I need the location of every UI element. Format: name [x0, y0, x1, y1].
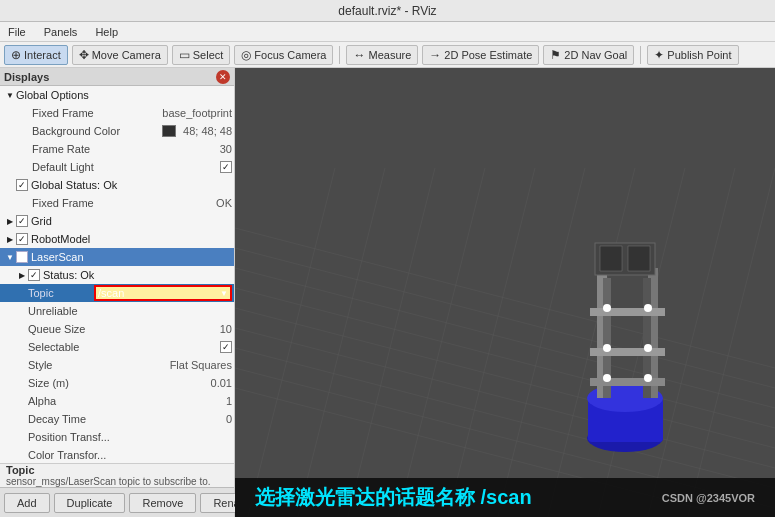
- app-container: default.rviz* - RViz File Panels Help ⊕ …: [0, 0, 775, 517]
- toolbar-sep-1: [339, 46, 340, 64]
- tree-robot-model[interactable]: ▶ ✓ RobotModel: [0, 230, 234, 248]
- dropdown-arrow-icon: ▼: [220, 289, 228, 298]
- toolbar-focus-camera[interactable]: ◎ Focus Camera: [234, 45, 333, 65]
- arrow-laser-scan: ▼: [4, 253, 16, 262]
- property-info: Topic sensor_msgs/LaserScan topic to sub…: [0, 463, 234, 487]
- arrow-grid: ▶: [4, 217, 16, 226]
- tree-background-color: Background Color 48; 48; 48: [0, 122, 234, 140]
- close-displays-button[interactable]: ✕: [216, 70, 230, 84]
- tree-selectable: Selectable ✓: [0, 338, 234, 356]
- toolbar-2d-nav[interactable]: ⚑ 2D Nav Goal: [543, 45, 634, 65]
- arrow-robot-model: ▶: [4, 235, 16, 244]
- tree-decay-time: Decay Time 0: [0, 410, 234, 428]
- displays-title: Displays: [4, 71, 49, 83]
- tree-color-transform: Color Transfor...: [0, 446, 234, 463]
- svg-rect-1: [235, 68, 775, 517]
- toolbar-2d-pose[interactable]: → 2D Pose Estimate: [422, 45, 539, 65]
- tree-fixed-frame: Fixed Frame base_footprint: [0, 104, 234, 122]
- toolbar-publish[interactable]: ✦ Publish Point: [647, 45, 738, 65]
- tree-size: Size (m) 0.01: [0, 374, 234, 392]
- tree-default-light: Default Light ✓: [0, 158, 234, 176]
- tree-queue-size: Queue Size 10: [0, 320, 234, 338]
- tree-laser-scan[interactable]: ▼ ✓ LaserScan: [0, 248, 234, 266]
- robot-sensor-right: [628, 246, 650, 271]
- tree-status-ok[interactable]: ▶ ✓ Status: Ok: [0, 266, 234, 284]
- global-status-checkbox[interactable]: ✓: [16, 179, 28, 191]
- default-light-checkbox[interactable]: ✓: [220, 161, 232, 173]
- menu-file[interactable]: File: [4, 26, 30, 38]
- pose-icon: →: [429, 48, 441, 62]
- robot-node-6: [644, 374, 652, 382]
- tree-global-status[interactable]: ✓ Global Status: Ok: [0, 176, 234, 194]
- 3d-viewport[interactable]: 机器人工...: [235, 68, 775, 517]
- displays-header: Displays ✕: [0, 68, 234, 86]
- robot-node-4: [644, 344, 652, 352]
- robot-node-1: [603, 304, 611, 312]
- tree-global-options[interactable]: ▼ Global Options: [0, 86, 234, 104]
- robot-crossbar-3: [590, 378, 665, 386]
- toolbar-move-camera[interactable]: ✥ Move Camera: [72, 45, 168, 65]
- toolbar-interact[interactable]: ⊕ Interact: [4, 45, 68, 65]
- tree-frame-rate: Frame Rate 30: [0, 140, 234, 158]
- tree-style: Style Flat Squares: [0, 356, 234, 374]
- bg-color-swatch: [162, 125, 176, 137]
- bottom-action-bar: Add Duplicate Remove Rename: [0, 487, 234, 517]
- robot-crossbar-2: [590, 348, 665, 356]
- property-info-detail: sensor_msgs/LaserScan topic to subscribe…: [6, 476, 211, 487]
- menu-panels[interactable]: Panels: [40, 26, 82, 38]
- arrow-status: ▶: [16, 271, 28, 280]
- grid-background: [235, 68, 775, 517]
- menu-help[interactable]: Help: [91, 26, 122, 38]
- title-bar: default.rviz* - RViz: [0, 0, 775, 22]
- overlay-message: 选择激光雷达的话题名称 /scan: [255, 484, 532, 511]
- selectable-checkbox[interactable]: ✓: [220, 341, 232, 353]
- add-button[interactable]: Add: [4, 493, 50, 513]
- robot-sensor-left: [600, 246, 622, 271]
- select-icon: ▭: [179, 48, 190, 62]
- status-checkbox[interactable]: ✓: [28, 269, 40, 281]
- tree-area[interactable]: ▼ Global Options Fixed Frame base_footpr…: [0, 86, 234, 463]
- left-panel: Displays ✕ ▼ Global Options Fixed Frame …: [0, 68, 235, 517]
- tree-position-transform: Position Transf...: [0, 428, 234, 446]
- remove-button[interactable]: Remove: [129, 493, 196, 513]
- duplicate-button[interactable]: Duplicate: [54, 493, 126, 513]
- focus-camera-icon: ◎: [241, 48, 251, 62]
- robot-node-5: [603, 374, 611, 382]
- menu-bar: File Panels Help: [0, 22, 775, 42]
- move-camera-icon: ✥: [79, 48, 89, 62]
- measure-icon: ↔: [353, 48, 365, 62]
- tree-unreliable: Unreliable: [0, 302, 234, 320]
- interact-icon: ⊕: [11, 48, 21, 62]
- nav-icon: ⚑: [550, 48, 561, 62]
- robot-node-2: [644, 304, 652, 312]
- toolbar-sep-2: [640, 46, 641, 64]
- tree-alpha: Alpha 1: [0, 392, 234, 410]
- robot-node-3: [603, 344, 611, 352]
- robot-crossbar-1: [590, 308, 665, 316]
- overlay-credit: CSDN @2345VOR: [662, 492, 755, 504]
- topic-value: /scan: [98, 287, 124, 299]
- tree-topic[interactable]: Topic /scan ▼: [0, 284, 234, 302]
- tree-fixed-frame-ok: Fixed Frame OK: [0, 194, 234, 212]
- window-title: default.rviz* - RViz: [338, 4, 436, 18]
- toolbar-measure[interactable]: ↔ Measure: [346, 45, 418, 65]
- overlay-text-bar: 选择激光雷达的话题名称 /scan CSDN @2345VOR: [235, 478, 775, 517]
- arrow-global-options: ▼: [4, 91, 16, 100]
- content-area: Displays ✕ ▼ Global Options Fixed Frame …: [0, 68, 775, 517]
- laser-scan-checkbox[interactable]: ✓: [16, 251, 28, 263]
- property-info-title: Topic: [6, 464, 211, 476]
- toolbar-select[interactable]: ▭ Select: [172, 45, 231, 65]
- robot-model-checkbox[interactable]: ✓: [16, 233, 28, 245]
- topic-dropdown[interactable]: /scan ▼: [94, 285, 232, 301]
- tree-grid[interactable]: ▶ ✓ Grid: [0, 212, 234, 230]
- publish-icon: ✦: [654, 48, 664, 62]
- grid-checkbox[interactable]: ✓: [16, 215, 28, 227]
- topic-label: Topic: [28, 287, 94, 299]
- toolbar: ⊕ Interact ✥ Move Camera ▭ Select ◎ Focu…: [0, 42, 775, 68]
